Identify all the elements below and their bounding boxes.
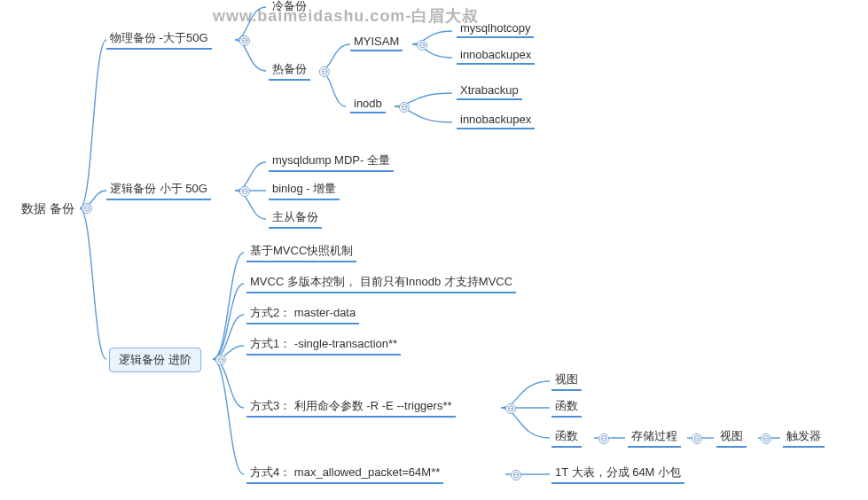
toggle-hot[interactable]: ⊖ bbox=[319, 66, 330, 77]
node-hot-backup[interactable]: 热备份 bbox=[269, 59, 310, 81]
node-method1[interactable]: 方式1： -single-transaction** bbox=[246, 334, 401, 355]
toggle-method4[interactable]: ⊖ bbox=[511, 470, 521, 480]
toggle-b2[interactable]: ⊖ bbox=[239, 186, 250, 197]
node-1t-table[interactable]: 1T 大表，分成 64M 小包 bbox=[551, 463, 684, 484]
node-mvcc-multi[interactable]: MVCC 多版本控制， 目前只有Innodb 才支持MVCC bbox=[246, 272, 516, 293]
toggle-view2[interactable]: ⊖ bbox=[761, 434, 771, 444]
node-mysqldump[interactable]: mysqldump MDP- 全量 bbox=[269, 151, 394, 172]
toggle-b3[interactable]: ⊖ bbox=[215, 355, 226, 365]
node-view-1[interactable]: 视图 bbox=[551, 370, 582, 391]
toggle-method3[interactable]: ⊖ bbox=[505, 403, 516, 414]
node-logical-advanced[interactable]: 逻辑备份 进阶 bbox=[109, 348, 201, 372]
toggle-func[interactable]: ⊖ bbox=[598, 434, 609, 444]
root-node[interactable]: 数据 备份 bbox=[18, 199, 78, 219]
toggle-inodb[interactable]: ⊖ bbox=[399, 102, 410, 113]
connector-lines bbox=[0, 0, 868, 500]
node-mysqlhotcopy[interactable]: mysqlhotcopy bbox=[457, 20, 534, 38]
node-trigger[interactable]: 触发器 bbox=[783, 426, 825, 448]
toggle-myisam[interactable]: ⊖ bbox=[417, 40, 427, 51]
node-cold-backup[interactable]: 冷备份 bbox=[269, 0, 310, 16]
node-view-2[interactable]: 视图 bbox=[716, 426, 747, 448]
node-innobackupex-1[interactable]: innobackupex bbox=[457, 46, 535, 65]
node-method3[interactable]: 方式3： 利用命令参数 -R -E --triggers** bbox=[246, 396, 456, 418]
node-binlog[interactable]: binlog - 增量 bbox=[269, 179, 340, 200]
node-innobackupex-2[interactable]: innobackupex bbox=[457, 111, 535, 129]
node-inodb[interactable]: inodb bbox=[350, 95, 386, 113]
node-method4[interactable]: 方式4： max_allowed_packet=64M** bbox=[246, 463, 443, 484]
node-mvcc-snapshot[interactable]: 基于MVCC快照机制 bbox=[246, 241, 356, 262]
node-func-1[interactable]: 函数 bbox=[551, 396, 582, 418]
toggle-root[interactable]: ⊖ bbox=[82, 203, 92, 214]
node-stored-proc[interactable]: 存储过程 bbox=[628, 426, 681, 448]
node-func-2[interactable]: 函数 bbox=[551, 426, 582, 448]
node-master-slave[interactable]: 主从备份 bbox=[269, 207, 322, 229]
toggle-b1[interactable]: ⊖ bbox=[239, 35, 250, 46]
node-xtrabackup[interactable]: Xtrabackup bbox=[457, 82, 522, 100]
node-myisam[interactable]: MYISAM bbox=[350, 33, 403, 51]
toggle-sp[interactable]: ⊖ bbox=[692, 434, 702, 444]
node-physical-backup[interactable]: 物理备份 -大于50G bbox=[106, 28, 212, 50]
node-method2[interactable]: 方式2： master-data bbox=[246, 303, 359, 324]
node-logical-backup[interactable]: 逻辑备份 小于 50G bbox=[106, 179, 211, 200]
